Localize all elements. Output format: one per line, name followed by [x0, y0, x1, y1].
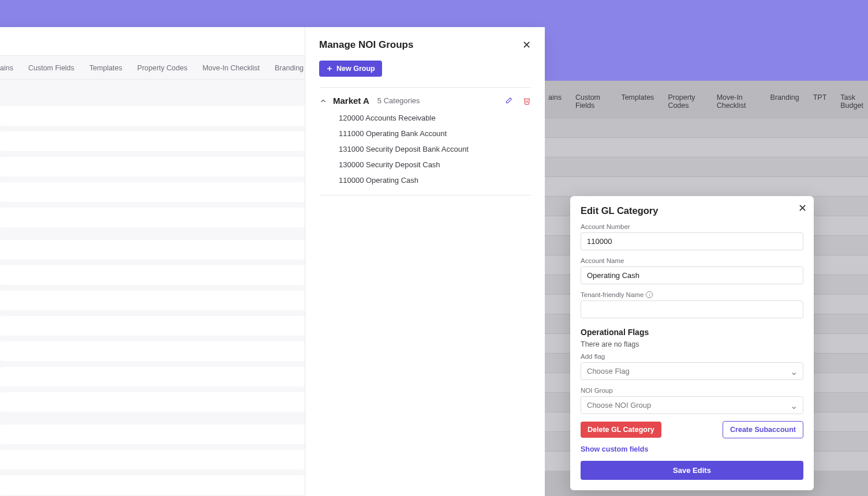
list-item[interactable]: 120000 Accounts Receivable: [339, 114, 531, 122]
new-group-button[interactable]: New Group: [319, 61, 382, 77]
tab-branding[interactable]: Branding: [275, 64, 304, 72]
list-item[interactable]: 131000 Security Deposit Bank Account: [339, 145, 531, 153]
tab-item: Custom Fields: [575, 93, 607, 110]
show-custom-fields-link[interactable]: Show custom fields: [581, 445, 648, 453]
list-item[interactable]: 130000 Security Deposit Cash: [339, 160, 531, 169]
tab-item: Task Budget: [840, 93, 868, 110]
close-icon[interactable]: ✕: [522, 39, 531, 51]
category-list: 120000 Accounts Receivable 111000 Operat…: [319, 111, 531, 190]
tab-item: TPT: [813, 93, 827, 110]
group-count: 5 Categories: [377, 96, 420, 105]
save-edits-button[interactable]: Save Edits: [581, 461, 803, 480]
account-name-label: Account Name: [581, 257, 803, 264]
delete-group-icon[interactable]: [523, 97, 531, 105]
manage-noi-groups-panel: Manage NOI Groups ✕ New Group Market A 5…: [305, 27, 545, 496]
edit-gl-category-modal: ✕ Edit GL Category Account Number Accoun…: [570, 196, 814, 490]
group-name: Market A: [333, 96, 369, 106]
operational-flags-heading: Operational Flags: [581, 328, 803, 337]
account-number-label: Account Number: [581, 223, 803, 230]
close-icon[interactable]: ✕: [798, 202, 807, 215]
tab-custom-fields[interactable]: Custom Fields: [28, 64, 74, 72]
tenant-friendly-field[interactable]: [581, 300, 803, 318]
tab-item: Templates: [621, 93, 654, 110]
delete-gl-category-button[interactable]: Delete GL Category: [581, 422, 661, 438]
add-flag-label: Add flag: [581, 353, 803, 360]
panel-title: Manage NOI Groups: [319, 39, 413, 51]
tab-templates[interactable]: Templates: [89, 64, 122, 72]
account-name-field[interactable]: [581, 266, 803, 284]
tab-item: Property Codes: [668, 93, 702, 110]
create-subaccount-button[interactable]: Create Subaccount: [723, 421, 803, 438]
add-flag-select[interactable]: [581, 362, 803, 380]
modal-title: Edit GL Category: [581, 205, 803, 216]
info-icon[interactable]: i: [646, 291, 653, 298]
tab-move-in-checklist[interactable]: Move-In Checklist: [203, 64, 260, 72]
tenant-friendly-label: Tenant-friendly Name i: [581, 291, 803, 298]
tab-item: Branding: [770, 93, 799, 110]
tab-ains[interactable]: ains: [0, 64, 13, 72]
new-group-label: New Group: [336, 65, 375, 73]
list-item[interactable]: 111000 Operating Bank Account: [339, 129, 531, 138]
account-number-field[interactable]: [581, 232, 803, 250]
noi-group-select[interactable]: [581, 396, 803, 414]
tab-item: Move-In Checklist: [717, 93, 757, 110]
tab-property-codes[interactable]: Property Codes: [137, 64, 188, 72]
tab-item: ains: [548, 93, 562, 110]
noi-group-label: NOI Group: [581, 387, 803, 394]
noi-group-row: Market A 5 Categories: [319, 88, 531, 111]
tabs-dimmed: ains Custom Fields Templates Property Co…: [545, 81, 868, 118]
list-item[interactable]: 110000 Operating Cash: [339, 176, 531, 185]
no-flags-text: There are no flags: [581, 340, 803, 348]
edit-group-icon[interactable]: [504, 97, 512, 105]
chevron-down-icon[interactable]: [319, 97, 327, 105]
